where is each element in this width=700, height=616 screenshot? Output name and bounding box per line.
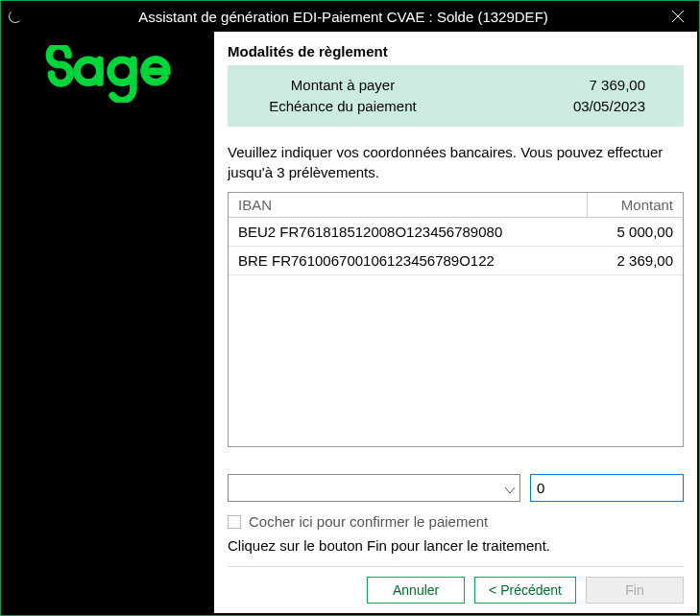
window-title: Assistant de génération EDI-Paiement CVA… bbox=[30, 9, 657, 25]
duedate-value: 03/05/2023 bbox=[439, 96, 645, 117]
cell-iban: BRE FR761006700106123456789O122 bbox=[229, 247, 588, 275]
iban-combo-input[interactable] bbox=[228, 474, 520, 502]
cancel-button[interactable]: Annuler bbox=[367, 577, 465, 604]
amount-label: Montant à payer bbox=[247, 75, 439, 96]
table-header-row: IBAN Montant bbox=[229, 193, 683, 218]
sage-logo bbox=[41, 45, 176, 103]
section-title: Modalités de règlement bbox=[228, 43, 684, 59]
summary-amount-row: Montant à payer 7 369,00 bbox=[247, 75, 645, 96]
finish-button: Fin bbox=[586, 577, 684, 604]
spacer bbox=[228, 447, 684, 474]
iban-combo[interactable] bbox=[228, 474, 520, 502]
confirm-checkbox[interactable] bbox=[228, 515, 241, 529]
amount-input[interactable] bbox=[530, 474, 684, 502]
cell-montant: 2 369,00 bbox=[588, 247, 683, 275]
wizard-window: Assistant de génération EDI-Paiement CVA… bbox=[0, 0, 700, 616]
button-bar: Annuler < Précédent Fin bbox=[228, 566, 684, 604]
amount-value: 7 369,00 bbox=[439, 75, 645, 96]
sidebar bbox=[3, 32, 214, 613]
main-content: Modalités de règlement Montant à payer 7… bbox=[214, 32, 697, 613]
table-row[interactable]: BEU2 FR761818512008O123456789080 5 000,0… bbox=[229, 218, 683, 247]
final-instruction: Cliquez sur le bouton Fin pour lancer le… bbox=[228, 537, 684, 554]
table-row[interactable]: BRE FR761006700106123456789O122 2 369,00 bbox=[229, 247, 683, 275]
window-body: Modalités de règlement Montant à payer 7… bbox=[1, 32, 699, 615]
instructions-text: Veuillez indiquer vos coordonnées bancai… bbox=[228, 142, 684, 182]
previous-button[interactable]: < Précédent bbox=[474, 577, 576, 604]
header-iban: IBAN bbox=[229, 193, 588, 218]
iban-table[interactable]: IBAN Montant BEU2 FR761818512008O1234567… bbox=[228, 192, 684, 447]
payment-summary: Montant à payer 7 369,00 Echéance du pai… bbox=[228, 65, 684, 127]
titlebar: Assistant de génération EDI-Paiement CVA… bbox=[1, 1, 699, 32]
close-icon bbox=[672, 11, 684, 22]
duedate-label: Echéance du paiement bbox=[247, 96, 439, 117]
close-button[interactable] bbox=[657, 1, 699, 32]
app-icon bbox=[9, 10, 22, 23]
cell-montant: 5 000,00 bbox=[588, 218, 683, 247]
cell-iban: BEU2 FR761818512008O123456789080 bbox=[229, 218, 588, 247]
confirm-checkbox-row[interactable]: Cocher ici pour confirmer le paiement bbox=[228, 513, 684, 530]
confirm-checkbox-label: Cocher ici pour confirmer le paiement bbox=[249, 513, 488, 530]
summary-duedate-row: Echéance du paiement 03/05/2023 bbox=[247, 96, 645, 117]
header-montant: Montant bbox=[588, 193, 683, 218]
input-row bbox=[228, 474, 684, 502]
